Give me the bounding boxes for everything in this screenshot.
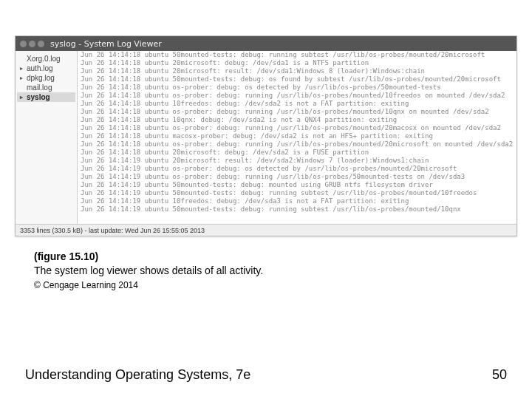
sidebar-item-label: syslog bbox=[27, 93, 50, 101]
maximize-icon[interactable] bbox=[38, 41, 44, 47]
status-bar: 3353 lines (330.5 kB) - last update: Wed… bbox=[16, 224, 516, 236]
log-line: Jun 26 14:14:18 ubuntu 50mounted-tests: … bbox=[78, 75, 516, 83]
log-line: Jun 26 14:14:19 ubuntu 20microsoft: resu… bbox=[78, 157, 516, 165]
log-line: Jun 26 14:14:18 ubuntu os-prober: debug:… bbox=[78, 124, 516, 132]
blank-icon bbox=[18, 85, 24, 91]
log-content-pane[interactable]: Jun 26 14:14:18 ubuntu 50mounted-tests: … bbox=[78, 51, 516, 224]
log-line: Jun 26 14:14:19 ubuntu 10freedos: debug:… bbox=[78, 197, 516, 205]
log-line: Jun 26 14:14:19 ubuntu 50mounted-tests: … bbox=[78, 205, 516, 214]
sidebar-item-label: dpkg.log bbox=[27, 74, 55, 82]
log-line: Jun 26 14:14:18 ubuntu 10freedos: debug:… bbox=[78, 100, 516, 108]
close-icon[interactable] bbox=[20, 41, 27, 47]
sidebar-item-label: Xorg.0.log bbox=[27, 55, 61, 63]
window-body: Xorg.0.log ▸ auth.log ▸ dpkg.log mail.lo… bbox=[16, 51, 516, 224]
log-line: Jun 26 14:14:19 ubuntu 50mounted-tests: … bbox=[78, 189, 516, 197]
titlebar[interactable]: syslog - System Log Viewer bbox=[16, 36, 516, 51]
log-line: Jun 26 14:14:18 ubuntu os-prober: debug:… bbox=[78, 140, 516, 149]
sidebar-item-syslog[interactable]: ▸ syslog bbox=[17, 92, 75, 102]
log-line: Jun 26 14:14:18 ubuntu 20microsoft: debu… bbox=[78, 59, 516, 67]
expand-icon[interactable]: ▸ bbox=[18, 66, 24, 72]
log-line: Jun 26 14:14:18 ubuntu os-prober: debug:… bbox=[78, 108, 516, 116]
expand-icon[interactable]: ▸ bbox=[18, 75, 24, 81]
blank-icon bbox=[18, 56, 24, 62]
minimize-icon[interactable] bbox=[29, 41, 35, 47]
window-controls[interactable] bbox=[20, 41, 44, 47]
window-title: syslog - System Log Viewer bbox=[50, 39, 162, 49]
log-line: Jun 26 14:14:18 ubuntu 20microsoft: debu… bbox=[78, 149, 516, 157]
slide: syslog - System Log Viewer Xorg.0.log ▸ … bbox=[0, 0, 532, 399]
log-line: Jun 26 14:14:19 ubuntu os-prober: debug:… bbox=[78, 165, 516, 173]
log-source-sidebar: Xorg.0.log ▸ auth.log ▸ dpkg.log mail.lo… bbox=[16, 51, 78, 224]
figure-number: (figure 15.10) bbox=[34, 250, 492, 264]
figure-text: The system log viewer shows details of a… bbox=[34, 264, 492, 278]
sidebar-item-dpkg[interactable]: ▸ dpkg.log bbox=[17, 73, 75, 83]
syslog-viewer-window: syslog - System Log Viewer Xorg.0.log ▸ … bbox=[15, 35, 517, 236]
sidebar-item-label: mail.log bbox=[27, 83, 52, 92]
log-line: Jun 26 14:14:19 ubuntu 50mounted-tests: … bbox=[78, 181, 516, 189]
page-number: 50 bbox=[492, 367, 507, 383]
status-text: 3353 lines (330.5 kB) - last update: Wed… bbox=[20, 227, 205, 234]
copyright: © Cengage Learning 2014 bbox=[34, 279, 492, 291]
log-line: Jun 26 14:14:18 ubuntu os-prober: debug:… bbox=[78, 83, 516, 92]
sidebar-item-label: auth.log bbox=[27, 64, 53, 72]
expand-icon[interactable]: ▸ bbox=[18, 95, 24, 100]
sidebar-item-xorg[interactable]: Xorg.0.log bbox=[17, 54, 75, 64]
figure-caption: (figure 15.10) The system log viewer sho… bbox=[34, 250, 492, 291]
log-line: Jun 26 14:14:18 ubuntu macosx-prober: de… bbox=[78, 132, 516, 140]
log-line: Jun 26 14:14:18 ubuntu 50mounted-tests: … bbox=[78, 51, 516, 59]
sidebar-item-auth[interactable]: ▸ auth.log bbox=[17, 64, 75, 73]
log-line: Jun 26 14:14:18 ubuntu 20microsoft: resu… bbox=[78, 67, 516, 75]
sidebar-item-mail[interactable]: mail.log bbox=[17, 83, 75, 92]
log-line: Jun 26 14:14:18 ubuntu os-prober: debug:… bbox=[78, 92, 516, 100]
book-title: Understanding Operating Systems, 7e bbox=[25, 367, 250, 383]
log-line: Jun 26 14:14:19 ubuntu os-prober: debug:… bbox=[78, 173, 516, 181]
log-line: Jun 26 14:14:18 ubuntu 10qnx: debug: /de… bbox=[78, 116, 516, 124]
